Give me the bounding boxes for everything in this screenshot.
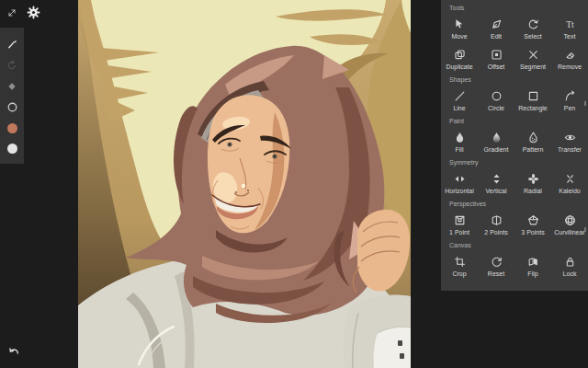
section-label-tools: Tools (441, 3, 588, 14)
svg-text:Tt: Tt (566, 19, 574, 29)
transfer-icon (564, 132, 576, 144)
segment-icon (527, 49, 539, 61)
panel-scroll-tick[interactable] (584, 227, 586, 232)
expand-button[interactable] (5, 6, 18, 19)
gradient-icon (491, 132, 503, 144)
redo-button[interactable] (6, 60, 17, 71)
section-label-canvas: Canvas (441, 240, 588, 251)
drawing-canvas[interactable] (78, 0, 411, 368)
tool-select[interactable]: Select (514, 14, 551, 44)
perspective-1point-icon (454, 214, 466, 226)
undo-icon (7, 345, 20, 358)
move-icon (454, 18, 466, 30)
expand-icon (6, 7, 17, 18)
curvilinear-icon (564, 214, 576, 226)
settings-gear-icon (27, 6, 40, 19)
tools-panel: Tools Move Edit Select Tt Text Duplicate (441, 0, 588, 291)
undo-button[interactable] (6, 344, 21, 359)
canvas-lock[interactable]: Lock (551, 251, 588, 282)
eraser-tool-button[interactable] (6, 81, 17, 92)
symmetry-horizontal-icon (454, 173, 466, 185)
symmetry-radial[interactable]: Radial (514, 168, 551, 199)
panel-section-perspectives: 1 Point 2 Points 3 Points Curvilinear (441, 210, 588, 240)
crop-icon (454, 256, 466, 268)
section-label-perspectives: Perspectives (441, 199, 588, 210)
offset-icon (491, 49, 503, 61)
perspective-3points-icon (527, 214, 539, 226)
brush-icon (6, 38, 18, 50)
line-icon (454, 90, 466, 102)
flip-icon (527, 256, 539, 268)
perspective-2points[interactable]: 2 Points (478, 210, 514, 240)
panel-scroll-tick[interactable] (584, 101, 586, 106)
paint-fill[interactable]: Fill (441, 127, 478, 157)
rectangle-icon (527, 90, 539, 102)
panel-section-symmetry: Horizontal Vertical Radial Kaleido (441, 168, 588, 199)
pattern-icon (527, 132, 539, 144)
tool-segment[interactable]: Segment (514, 44, 551, 75)
tool-duplicate[interactable]: Duplicate (441, 44, 478, 75)
symmetry-vertical-icon (491, 173, 503, 185)
brush-toolbar (0, 28, 24, 164)
symmetry-kaleido[interactable]: Kaleido (551, 168, 588, 199)
duplicate-icon (454, 49, 466, 61)
edit-icon (491, 18, 503, 30)
secondary-color-swatch[interactable] (7, 144, 17, 154)
shape-rectangle[interactable]: Rectangle (514, 86, 551, 116)
perspective-3points[interactable]: 3 Points (514, 210, 551, 240)
shape-pen[interactable]: Pen (551, 86, 588, 116)
shape-line[interactable]: Line (441, 86, 478, 116)
symmetry-radial-icon (527, 173, 539, 185)
tool-edit[interactable]: Edit (478, 14, 514, 44)
stroke-ring-icon (6, 101, 18, 113)
redo-icon (6, 60, 17, 71)
symmetry-vertical[interactable]: Vertical (478, 168, 514, 199)
paint-gradient[interactable]: Gradient (478, 127, 514, 157)
section-label-shapes: Shapes (441, 75, 588, 86)
panel-section-canvas: Crop Reset Flip Lock (441, 251, 588, 282)
panel-section-tools: Move Edit Select Tt Text Duplicate Offse… (441, 14, 588, 75)
perspective-1point[interactable]: 1 Point (441, 210, 478, 240)
paint-pattern[interactable]: Pattern (514, 127, 551, 157)
perspective-2points-icon (491, 214, 503, 226)
tool-text[interactable]: Tt Text (551, 14, 588, 44)
panel-section-paint: Fill Gradient Pattern Transfer (441, 127, 588, 157)
canvas-artwork (78, 0, 411, 368)
tool-offset[interactable]: Offset (478, 44, 514, 75)
panel-section-shapes: Line Circle Rectangle Pen (441, 86, 588, 116)
canvas-crop[interactable]: Crop (441, 251, 478, 282)
lock-icon (564, 256, 576, 268)
section-label-symmetry: Symmetry (441, 157, 588, 168)
text-icon: Tt (564, 18, 576, 30)
select-icon (527, 18, 539, 30)
symmetry-horizontal[interactable]: Horizontal (441, 168, 478, 199)
vector-drawing-app: Tools Move Edit Select Tt Text Duplicate (0, 0, 588, 368)
remove-icon (564, 49, 576, 61)
shape-circle[interactable]: Circle (478, 86, 514, 116)
reset-icon (491, 256, 503, 268)
paint-transfer[interactable]: Transfer (551, 127, 588, 157)
settings-button[interactable] (25, 4, 41, 20)
brush-size-button[interactable] (6, 101, 18, 113)
eraser-icon (6, 81, 17, 92)
brush-tool-button[interactable] (6, 38, 18, 50)
kaleido-icon (564, 173, 576, 185)
canvas-flip[interactable]: Flip (514, 251, 551, 282)
tool-move[interactable]: Move (441, 14, 478, 44)
pen-icon (564, 90, 576, 102)
fill-icon (454, 132, 466, 144)
tool-remove[interactable]: Remove (551, 44, 588, 75)
perspective-curvilinear[interactable]: Curvilinear (551, 210, 588, 240)
circle-icon (491, 90, 503, 102)
fill-color-swatch[interactable] (7, 123, 17, 133)
canvas-reset[interactable]: Reset (478, 251, 514, 282)
section-label-paint: Paint (441, 116, 588, 127)
